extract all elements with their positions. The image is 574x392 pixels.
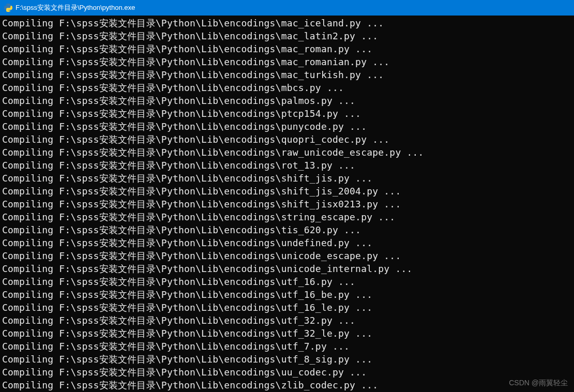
console-line: Compiling F:\spss安装文件目录\Python\Lib\encod… (2, 120, 572, 133)
python-icon (4, 4, 12, 12)
console-line: Compiling F:\spss安装文件目录\Python\Lib\encod… (2, 301, 572, 314)
console-line: Compiling F:\spss安装文件目录\Python\Lib\encod… (2, 262, 572, 275)
console-line: Compiling F:\spss安装文件目录\Python\Lib\encod… (2, 314, 572, 327)
console-output[interactable]: Compiling F:\spss安装文件目录\Python\Lib\encod… (0, 16, 574, 392)
console-line: Compiling F:\spss安装文件目录\Python\Lib\encod… (2, 172, 572, 185)
console-line: Compiling F:\spss安装文件目录\Python\Lib\encod… (2, 249, 572, 262)
console-line: Compiling F:\spss安装文件目录\Python\Lib\encod… (2, 198, 572, 210)
console-line: Compiling F:\spss安装文件目录\Python\Lib\encod… (2, 107, 572, 120)
window-title: F:\spss安装文件目录\Python\python.exe (16, 3, 135, 12)
console-line: Compiling F:\spss安装文件目录\Python\Lib\encod… (2, 94, 572, 107)
console-line: Compiling F:\spss安装文件目录\Python\Lib\encod… (2, 68, 572, 81)
console-line: Compiling F:\spss安装文件目录\Python\Lib\encod… (2, 340, 572, 353)
console-line: Compiling F:\spss安装文件目录\Python\Lib\encod… (2, 42, 572, 55)
console-line: Compiling F:\spss安装文件目录\Python\Lib\encod… (2, 223, 572, 236)
console-line: Compiling F:\spss安装文件目录\Python\Lib\encod… (2, 29, 572, 42)
console-line: Compiling F:\spss安装文件目录\Python\Lib\encod… (2, 133, 572, 146)
console-line: Compiling F:\spss安装文件目录\Python\Lib\encod… (2, 159, 572, 172)
console-line: Compiling F:\spss安装文件目录\Python\Lib\encod… (2, 185, 572, 198)
console-line: Compiling F:\spss安装文件目录\Python\Lib\encod… (2, 146, 572, 159)
console-line: Compiling F:\spss安装文件目录\Python\Lib\encod… (2, 236, 572, 249)
console-line: Compiling F:\spss安装文件目录\Python\Lib\encod… (2, 288, 572, 301)
console-line: Compiling F:\spss安装文件目录\Python\Lib\encod… (2, 81, 572, 94)
console-line: Compiling F:\spss安装文件目录\Python\Lib\encod… (2, 379, 572, 391)
console-line: Compiling F:\spss安装文件目录\Python\Lib\encod… (2, 366, 572, 379)
console-line: Compiling F:\spss安装文件目录\Python\Lib\encod… (2, 17, 572, 29)
console-line: Compiling F:\spss安装文件目录\Python\Lib\encod… (2, 327, 572, 340)
console-line: Compiling F:\spss安装文件目录\Python\Lib\encod… (2, 55, 572, 68)
console-line: Compiling F:\spss安装文件目录\Python\Lib\encod… (2, 275, 572, 288)
console-line: Compiling F:\spss安装文件目录\Python\Lib\encod… (2, 353, 572, 366)
console-line: Compiling F:\spss安装文件目录\Python\Lib\encod… (2, 210, 572, 223)
title-bar[interactable]: F:\spss安装文件目录\Python\python.exe (0, 0, 574, 16)
